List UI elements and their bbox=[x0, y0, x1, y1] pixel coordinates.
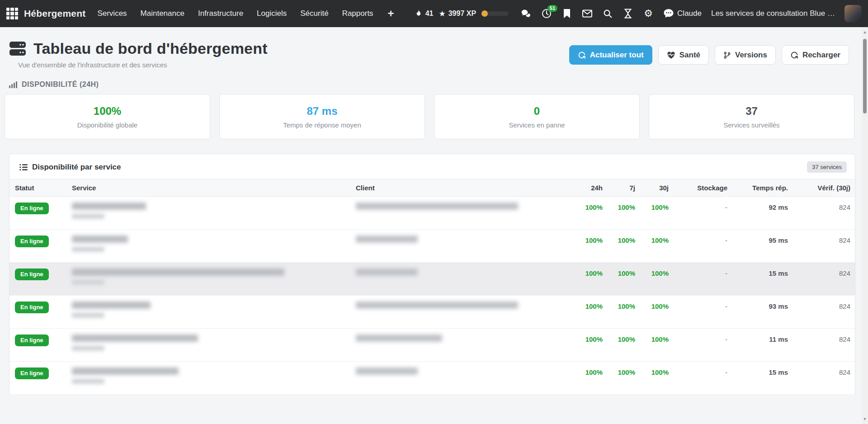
client-cell bbox=[356, 197, 564, 210]
table-row[interactable]: En ligne 100% 100% 100% - 92 ms 824 bbox=[9, 197, 855, 230]
storage-value: - bbox=[669, 329, 727, 343]
col-7j[interactable]: 7j bbox=[603, 179, 635, 196]
stat-card-services-monitored: 37 Services surveillés bbox=[649, 94, 854, 139]
client-name-redacted bbox=[356, 334, 442, 342]
vertical-scrollbar[interactable]: ▲ ▼ bbox=[862, 27, 868, 424]
stat-label: Temps de réponse moyen bbox=[283, 121, 361, 129]
service-url-redacted bbox=[72, 313, 104, 318]
uptime-7j-value: 100% bbox=[603, 362, 635, 376]
menu-item-services[interactable]: Services bbox=[97, 9, 127, 18]
signal-bars-icon bbox=[9, 81, 17, 88]
status-cell: En ligne bbox=[15, 197, 72, 214]
reload-button[interactable]: Recharger bbox=[782, 45, 849, 65]
col-verif-30j[interactable]: Vérif. (30j) bbox=[788, 179, 850, 196]
uptime-30j-value: 100% bbox=[635, 296, 669, 310]
uptime-7j-value: 100% bbox=[603, 197, 635, 211]
client-name-redacted bbox=[356, 367, 418, 375]
client-name-redacted bbox=[356, 302, 518, 309]
table-row[interactable]: En ligne 100% 100% 100% - 95 ms 824 bbox=[9, 230, 855, 263]
col-stockage[interactable]: Stockage bbox=[669, 179, 727, 196]
apps-grid-icon[interactable] bbox=[6, 8, 18, 19]
col-statut[interactable]: Statut bbox=[15, 179, 72, 196]
storage-value: - bbox=[669, 263, 727, 277]
menu-item-rapports[interactable]: Rapports bbox=[342, 9, 373, 18]
status-badge: En ligne bbox=[15, 334, 49, 346]
service-url-redacted bbox=[72, 346, 104, 351]
availability-section-label: DISPONIBILITÉ (24H) bbox=[9, 80, 862, 89]
search-button[interactable] bbox=[602, 8, 613, 19]
service-cell bbox=[72, 263, 356, 285]
col-client[interactable]: Client bbox=[356, 179, 564, 196]
heart-pulse-icon bbox=[667, 51, 675, 59]
menu-item-logiciels[interactable]: Logiciels bbox=[257, 9, 287, 18]
scroll-up-arrow[interactable]: ▲ bbox=[862, 30, 868, 34]
header-actions: Actualiser tout Santé Versions Recharger bbox=[569, 40, 849, 65]
checks-count-value: 824 bbox=[788, 230, 850, 244]
reload-icon bbox=[790, 51, 798, 59]
page-header: Tableau de bord d'hébergement Vue d'ense… bbox=[0, 27, 862, 69]
health-button[interactable]: Santé bbox=[658, 45, 709, 65]
organization-label[interactable]: Les services de consultation Blue … bbox=[711, 9, 835, 18]
page-subtitle: Vue d'ensemble de l'infrastructure et de… bbox=[18, 61, 268, 69]
client-cell bbox=[356, 263, 564, 276]
uptime-7j-value: 100% bbox=[603, 230, 635, 244]
stat-label: Services surveillés bbox=[723, 121, 779, 129]
table-row[interactable]: En ligne 100% 100% 100% - 15 ms 824 bbox=[9, 263, 855, 296]
scrollbar-thumb[interactable] bbox=[863, 39, 867, 113]
history-clock-button[interactable]: 51 bbox=[541, 8, 552, 19]
brand-title[interactable]: Hébergement bbox=[24, 8, 85, 19]
service-name-redacted bbox=[72, 302, 151, 309]
table-row[interactable]: En ligne 100% 100% 100% - 11 ms 824 bbox=[9, 329, 855, 362]
service-name-redacted bbox=[72, 334, 198, 342]
user-avatar[interactable] bbox=[844, 5, 862, 22]
service-cell bbox=[72, 296, 356, 318]
uptime-24h-value: 100% bbox=[564, 197, 603, 211]
response-time-value: 93 ms bbox=[727, 296, 788, 310]
mail-button[interactable] bbox=[582, 8, 593, 19]
menu-item-securite[interactable]: Sécurité bbox=[300, 9, 328, 18]
stat-card-avg-response: 87 ms Temps de réponse moyen bbox=[219, 94, 425, 139]
service-url-redacted bbox=[72, 280, 104, 285]
col-30j[interactable]: 30j bbox=[635, 179, 669, 196]
notification-badge: 51 bbox=[547, 5, 557, 12]
col-temps-rep[interactable]: Temps rép. bbox=[727, 179, 788, 196]
table-row[interactable]: En ligne 100% 100% 100% - 93 ms 824 bbox=[9, 296, 855, 329]
checks-count-value: 824 bbox=[788, 329, 850, 343]
hourglass-button[interactable] bbox=[623, 8, 633, 19]
uptime-24h-value: 100% bbox=[564, 362, 603, 376]
page-title: Tableau de bord d'hébergement bbox=[33, 40, 268, 57]
client-cell bbox=[356, 362, 564, 375]
col-24h[interactable]: 24h bbox=[564, 179, 603, 196]
scroll-down-arrow[interactable]: ▼ bbox=[862, 417, 868, 421]
navbar-right-cluster: 41 ★ 3997 XP 51 ⚙ bbox=[415, 5, 862, 22]
refresh-all-button[interactable]: Actualiser tout bbox=[569, 45, 652, 65]
table-row[interactable]: En ligne 100% 100% 100% - 15 ms 824 bbox=[9, 362, 855, 395]
service-url-redacted bbox=[72, 214, 104, 219]
bookmark-button[interactable] bbox=[561, 8, 572, 19]
chat-button[interactable] bbox=[521, 8, 532, 19]
menu-item-maintenance[interactable]: Maintenance bbox=[141, 9, 184, 18]
refresh-icon bbox=[578, 51, 586, 59]
storage-value: - bbox=[669, 362, 727, 376]
uptime-30j-value: 100% bbox=[635, 263, 669, 277]
col-service[interactable]: Service bbox=[72, 179, 356, 196]
settings-gear-button[interactable]: ⚙ bbox=[643, 8, 654, 19]
add-tab-button[interactable]: + bbox=[388, 7, 394, 20]
app-brand[interactable]: Hébergement bbox=[6, 8, 85, 19]
checks-count-value: 824 bbox=[788, 296, 850, 310]
claude-assistant-button[interactable]: Claude bbox=[663, 9, 702, 19]
table-header-row: Statut Service Client 24h 7j 30j Stockag… bbox=[9, 179, 855, 197]
status-cell: En ligne bbox=[15, 296, 72, 313]
stat-label: Disponibilité globale bbox=[77, 121, 137, 129]
xp-label: 3997 XP bbox=[448, 9, 476, 18]
checks-count-value: 824 bbox=[788, 263, 850, 277]
menu-item-infrastructure[interactable]: Infrastructure bbox=[198, 9, 243, 18]
response-time-value: 15 ms bbox=[727, 362, 788, 376]
service-cell bbox=[72, 329, 356, 351]
flame-icon bbox=[415, 9, 423, 18]
list-icon bbox=[19, 164, 28, 171]
service-cell bbox=[72, 197, 356, 219]
versions-button[interactable]: Versions bbox=[715, 45, 776, 65]
page-content: Tableau de bord d'hébergement Vue d'ense… bbox=[0, 27, 862, 424]
gamification-stats: 41 ★ 3997 XP bbox=[415, 9, 509, 19]
